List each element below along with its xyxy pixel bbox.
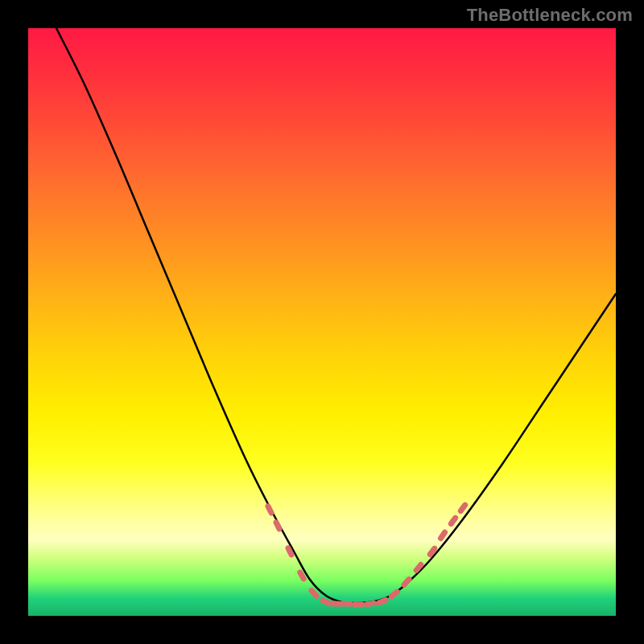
bottleneck-marker [375, 597, 389, 606]
chart-svg [28, 28, 616, 616]
bottleneck-marker [340, 601, 353, 607]
bottleneck-marker [364, 600, 378, 607]
bottleneck-marker [272, 518, 283, 532]
chart-frame [28, 28, 616, 616]
bottleneck-marker [264, 502, 275, 516]
bottleneck-marker [296, 568, 308, 582]
bottleneck-marker [352, 602, 365, 608]
bottleneck-curve-path [56, 28, 616, 603]
watermark-text: TheBottleneck.com [467, 5, 633, 26]
